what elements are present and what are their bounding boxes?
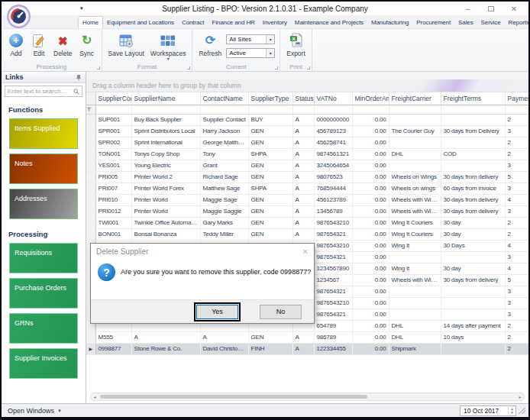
cell-freight-terms: COD bbox=[441, 148, 505, 160]
resize-grip[interactable] bbox=[519, 407, 525, 414]
search-input[interactable] bbox=[8, 88, 73, 95]
cell-supplier-name: Buy Back Supplier bbox=[131, 114, 200, 125]
table-row[interactable]: TON001 Tonys Copy Shop Tony SHPA A 98745… bbox=[86, 148, 528, 160]
export-button[interactable]: X Export bbox=[283, 31, 309, 58]
table-row[interactable]: PRI0012 Printer World Maggie Saggie GEN … bbox=[86, 205, 528, 217]
add-button[interactable]: + Add bbox=[5, 31, 27, 58]
column-header[interactable]: Status bbox=[292, 92, 314, 105]
edit-icon bbox=[32, 32, 46, 49]
auto-filter-row[interactable] bbox=[86, 105, 528, 114]
status-filter-select[interactable]: Active ▾ bbox=[226, 48, 275, 58]
cell-min-order-amt: 0.00 bbox=[352, 286, 389, 297]
workspaces-icon bbox=[160, 32, 176, 49]
table-row[interactable]: YES001 Young Electric Grant GEN A 324506… bbox=[86, 160, 528, 171]
cell-status: A bbox=[292, 171, 314, 183]
group-dialog-launcher-icon[interactable] bbox=[307, 66, 310, 69]
sync-button[interactable]: ↻ Sync bbox=[76, 31, 99, 58]
date-editor[interactable]: 10 Oct 2017 ▲▼ bbox=[460, 405, 516, 416]
no-button[interactable]: No bbox=[260, 305, 302, 319]
cell-payment: 3 bbox=[505, 205, 528, 217]
cell-payment: 3 bbox=[505, 183, 528, 194]
function-link-button[interactable]: Addresses bbox=[9, 189, 78, 219]
column-header[interactable]: Paymen bbox=[505, 92, 528, 105]
table-row[interactable]: SPR001 Sprint Distributors Local Harry J… bbox=[86, 125, 528, 137]
pin-icon[interactable] bbox=[76, 74, 82, 81]
processing-link-button[interactable]: Purchase Orders bbox=[9, 278, 78, 309]
table-row[interactable]: PRI010 Printer World Maggie Sage GEN A 4… bbox=[86, 194, 528, 205]
processing-link-button[interactable]: Supplier Invoices bbox=[9, 348, 78, 379]
app-logo-gauge-icon[interactable] bbox=[6, 4, 31, 29]
scroll-right-icon[interactable]: ▸ bbox=[516, 394, 524, 399]
cell-freight-terms: 30 day bbox=[441, 217, 505, 228]
save-layout-button[interactable]: Save Layout bbox=[105, 31, 147, 58]
cell-supplier-code: SUP001 bbox=[95, 114, 131, 125]
ribbon-tab[interactable]: Reporting bbox=[505, 17, 530, 28]
delete-button[interactable]: ✖ Delete bbox=[50, 31, 76, 58]
column-header[interactable]: MinOrderAmt bbox=[352, 92, 389, 105]
search-icon[interactable] bbox=[73, 89, 79, 95]
table-row[interactable]: M555 A A GEN A 986789 0.00 DHL 10 days 2 bbox=[86, 331, 528, 343]
table-row[interactable]: ▶ 0998877 Stone Rowe & Co. David Christo… bbox=[86, 343, 528, 354]
cell-freight-terms bbox=[441, 297, 505, 309]
column-header[interactable]: VATNo bbox=[314, 92, 352, 105]
cell-vat-no: 3245064654 bbox=[314, 160, 352, 171]
horizontal-scrollbar[interactable]: ◂ ▸ bbox=[90, 393, 525, 401]
window-minimize-button[interactable]: – bbox=[457, 2, 480, 16]
table-row[interactable]: PRI007 Printer World Forex Matthew Sage … bbox=[86, 183, 528, 194]
cell-freight-terms: 30 days from delivery bbox=[441, 205, 505, 217]
edit-button[interactable]: Edit bbox=[27, 31, 50, 58]
ribbon-tab[interactable]: Finance and HR bbox=[208, 17, 258, 28]
quick-access-dropdown-icon[interactable]: ▾ bbox=[80, 5, 83, 11]
workspaces-button[interactable]: Workspaces ▾ bbox=[147, 31, 189, 61]
ribbon-tab[interactable]: Home bbox=[78, 16, 103, 28]
group-dialog-launcher-icon[interactable] bbox=[97, 66, 100, 69]
cell-freight-terms: 30 day bbox=[441, 263, 505, 274]
dialog-close-icon[interactable]: ✕ bbox=[302, 247, 309, 256]
ribbon-tab[interactable]: Sales bbox=[454, 17, 477, 28]
column-header[interactable]: SupplierName bbox=[131, 92, 200, 105]
column-header[interactable]: FreightTerms bbox=[441, 92, 505, 105]
ribbon-tab[interactable]: Manufacturing bbox=[367, 17, 412, 28]
table-row[interactable]: PRI005 Printer World 2 Richard Sage GEN … bbox=[86, 171, 528, 183]
open-windows-button[interactable]: Open Windows ▼ bbox=[8, 407, 62, 415]
group-by-band[interactable]: Drag a column header here to group by th… bbox=[86, 79, 528, 92]
yes-button[interactable]: Yes bbox=[196, 305, 238, 319]
table-row[interactable]: TWI001 Twinkle Office Automation Gary Ma… bbox=[86, 217, 528, 228]
window-maximize-button[interactable] bbox=[480, 2, 503, 16]
cell-contact-name: Harry Jackson bbox=[200, 125, 248, 137]
ribbon-tab[interactable]: Procurement bbox=[412, 17, 454, 28]
row-indicator bbox=[86, 125, 95, 137]
column-header[interactable]: SupplierCode bbox=[95, 92, 131, 105]
group-dialog-launcher-icon[interactable] bbox=[275, 66, 278, 69]
cell-freight-terms bbox=[441, 160, 505, 171]
cell-vat-no: 13456789 bbox=[314, 205, 352, 217]
table-row[interactable]: SPR002 Sprint International George Matth… bbox=[86, 137, 528, 148]
scroll-left-icon[interactable]: ◂ bbox=[91, 394, 99, 399]
column-header[interactable]: ContactName bbox=[200, 92, 248, 105]
processing-link-button[interactable]: GRNs bbox=[9, 313, 78, 344]
cell-freight-carrier bbox=[389, 297, 441, 309]
column-header[interactable]: FreightCarrier bbox=[389, 92, 441, 105]
processing-link-button[interactable]: Requisitions bbox=[9, 243, 78, 273]
group-dialog-launcher-icon[interactable] bbox=[187, 66, 190, 69]
table-row[interactable]: SUP001 Buy Back Supplier Supplier Contac… bbox=[86, 114, 528, 125]
ribbon-group-label: Current bbox=[192, 63, 280, 70]
window-close-button[interactable]: ✕ bbox=[503, 2, 525, 16]
refresh-button[interactable]: ⟳ Refresh bbox=[196, 31, 225, 58]
cell-freight-terms bbox=[441, 114, 505, 125]
site-filter-select[interactable]: All Sites ▾ bbox=[226, 34, 275, 44]
ribbon-tab[interactable]: Equipment and Locations bbox=[103, 17, 178, 28]
scrollbar-thumb[interactable] bbox=[100, 395, 367, 399]
date-spinner[interactable]: ▲▼ bbox=[508, 407, 515, 415]
links-panel-title: Links bbox=[5, 73, 76, 81]
ribbon-tab[interactable]: Contract bbox=[178, 17, 208, 28]
ribbon-tab[interactable]: Maintenance and Projects bbox=[291, 17, 367, 28]
column-header[interactable]: SupplierType bbox=[248, 92, 292, 105]
cell-supplier-code: TON001 bbox=[95, 148, 131, 160]
function-link-button[interactable]: Items Supplied bbox=[9, 118, 78, 149]
cell-freight-carrier: Wing It Couriers bbox=[389, 217, 441, 228]
table-row[interactable]: BON001 Bonsai Bonanza Teddy Miller GEN A… bbox=[86, 228, 528, 240]
ribbon-tab[interactable]: Inventory bbox=[259, 17, 291, 28]
ribbon-tab[interactable]: Service bbox=[477, 17, 505, 28]
function-link-button[interactable]: Notes bbox=[9, 153, 78, 184]
